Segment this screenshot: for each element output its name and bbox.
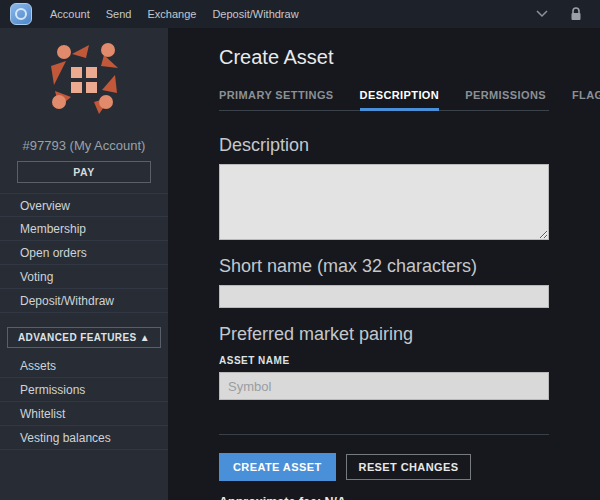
nav-item-send[interactable]: Send <box>106 8 132 20</box>
sidebar-item-whitelist[interactable]: Whitelist <box>0 402 168 426</box>
tab-primary-settings[interactable]: PRIMARY SETTINGS <box>219 89 334 111</box>
top-navbar: Account Send Exchange Deposit/Withdraw <box>0 0 600 28</box>
short-name-input[interactable] <box>219 285 549 308</box>
app-logo-icon[interactable] <box>10 3 32 25</box>
sidebar-item-permissions[interactable]: Permissions <box>0 378 168 402</box>
approximate-fee-text: Approximate fee: N/A <box>219 495 549 500</box>
market-pairing-heading: Preferred market pairing <box>219 324 549 345</box>
description-label: Description <box>219 135 549 156</box>
nav-item-account[interactable]: Account <box>50 8 90 20</box>
nav-item-exchange[interactable]: Exchange <box>147 8 196 20</box>
navbar-right-group <box>536 7 590 21</box>
sidebar-item-open-orders[interactable]: Open orders <box>0 241 168 265</box>
description-textarea[interactable] <box>219 164 549 240</box>
tab-description[interactable]: DESCRIPTION <box>360 89 440 111</box>
pay-button[interactable]: PAY <box>17 161 151 183</box>
identicon-image <box>44 40 124 120</box>
short-name-label: Short name (max 32 characters) <box>219 256 549 277</box>
chevron-down-icon[interactable] <box>536 10 548 18</box>
asset-name-label: ASSET NAME <box>219 355 549 366</box>
action-row: CREATE ASSET RESET CHANGES <box>219 453 549 481</box>
sidebar-menu-advanced: Assets Permissions Whitelist Vesting bal… <box>0 354 168 450</box>
tab-bar: PRIMARY SETTINGS DESCRIPTION PERMISSIONS… <box>219 89 549 111</box>
sidebar-item-vesting-balances[interactable]: Vesting balances <box>0 426 168 450</box>
sidebar-item-overview[interactable]: Overview <box>0 193 168 217</box>
sidebar-item-membership[interactable]: Membership <box>0 217 168 241</box>
nav-item-deposit-withdraw[interactable]: Deposit/Withdraw <box>212 8 298 20</box>
content-area: #97793 (My Account) PAY Overview Members… <box>0 28 600 500</box>
section-divider <box>219 434 549 435</box>
app-window: Account Send Exchange Deposit/Withdraw <box>0 0 600 500</box>
page-title: Create Asset <box>219 46 549 69</box>
reset-changes-button[interactable]: RESET CHANGES <box>346 454 472 480</box>
logo-circle-glyph <box>15 8 27 20</box>
tab-permissions[interactable]: PERMISSIONS <box>465 89 546 111</box>
lock-icon[interactable] <box>570 7 582 21</box>
symbol-input[interactable] <box>219 372 549 400</box>
account-avatar <box>44 40 124 124</box>
advanced-features-toggle[interactable]: ADVANCED FEATURES ▲ <box>7 327 161 348</box>
sidebar-item-voting[interactable]: Voting <box>0 265 168 289</box>
sidebar-item-assets[interactable]: Assets <box>0 354 168 378</box>
sidebar-menu-top: Overview Membership Open orders Voting D… <box>0 193 168 313</box>
create-asset-button[interactable]: CREATE ASSET <box>219 453 336 481</box>
sidebar-item-deposit-withdraw[interactable]: Deposit/Withdraw <box>0 289 168 313</box>
account-name: #97793 (My Account) <box>0 138 168 153</box>
tab-flags[interactable]: FLAGS <box>572 89 600 111</box>
sidebar: #97793 (My Account) PAY Overview Members… <box>0 28 168 500</box>
main-panel: Create Asset PRIMARY SETTINGS DESCRIPTIO… <box>168 28 600 500</box>
